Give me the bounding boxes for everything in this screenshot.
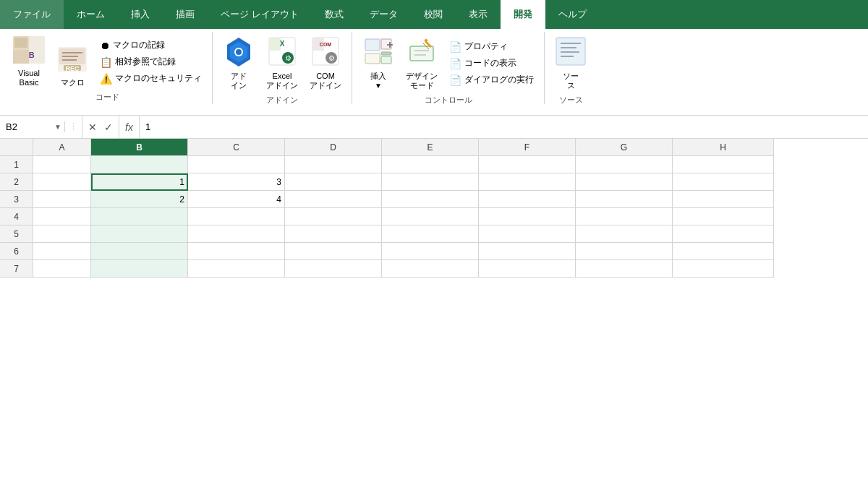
row-header-1[interactable]: 1 bbox=[0, 156, 33, 173]
cell-c5[interactable] bbox=[188, 225, 285, 243]
cell-e3[interactable] bbox=[382, 191, 479, 208]
excel-addin-button[interactable]: X ⚙ Excelアドイン bbox=[262, 35, 302, 92]
row-header-2[interactable]: 2 bbox=[0, 173, 33, 191]
col-header-c[interactable]: C bbox=[188, 139, 285, 156]
cell-h5[interactable] bbox=[673, 225, 774, 243]
source-button[interactable]: ソース bbox=[550, 35, 591, 92]
cell-d3[interactable] bbox=[285, 191, 382, 208]
tab-data[interactable]: データ bbox=[357, 0, 411, 29]
cell-e5[interactable] bbox=[382, 225, 479, 243]
col-header-g[interactable]: G bbox=[576, 139, 673, 156]
cell-d1[interactable] bbox=[285, 156, 382, 173]
cell-h1[interactable] bbox=[673, 156, 774, 173]
cell-g1[interactable] bbox=[576, 156, 673, 173]
tab-page-layout[interactable]: ページ レイアウト bbox=[208, 0, 312, 29]
cell-e1[interactable] bbox=[382, 156, 479, 173]
cell-c2[interactable]: 3 bbox=[188, 173, 285, 191]
cell-h7[interactable] bbox=[673, 260, 774, 278]
cell-f4[interactable] bbox=[479, 208, 576, 225]
cell-d4[interactable] bbox=[285, 208, 382, 225]
cell-e4[interactable] bbox=[382, 208, 479, 225]
tab-review[interactable]: 校閲 bbox=[411, 0, 456, 29]
col-header-e[interactable]: E bbox=[382, 139, 479, 156]
cancel-formula-button[interactable]: ✕ bbox=[87, 121, 98, 133]
col-header-h[interactable]: H bbox=[673, 139, 774, 156]
cell-b3[interactable]: 2 bbox=[91, 191, 188, 208]
tab-home[interactable]: ホーム bbox=[64, 0, 118, 29]
cell-d5[interactable] bbox=[285, 225, 382, 243]
col-header-a[interactable]: A bbox=[33, 139, 91, 156]
cell-a4[interactable] bbox=[33, 208, 91, 225]
cell-a6[interactable] bbox=[33, 243, 91, 260]
cell-c6[interactable] bbox=[188, 243, 285, 260]
cell-a7[interactable] bbox=[33, 260, 91, 278]
properties-button[interactable]: 📄 プロパティ bbox=[445, 39, 538, 54]
cell-c4[interactable] bbox=[188, 208, 285, 225]
cell-f2[interactable] bbox=[479, 173, 576, 191]
cell-f6[interactable] bbox=[479, 243, 576, 260]
cell-g6[interactable] bbox=[576, 243, 673, 260]
cell-g7[interactable] bbox=[576, 260, 673, 278]
cell-a5[interactable] bbox=[33, 225, 91, 243]
cell-ref-dropdown-icon[interactable]: ▼ bbox=[54, 123, 61, 131]
relative-ref-button[interactable]: 📋 相対参照で記録 bbox=[95, 54, 206, 69]
cell-e2[interactable] bbox=[382, 173, 479, 191]
design-mode-button[interactable]: デザインモード bbox=[401, 35, 442, 92]
run-dialog-button[interactable]: 📄 ダイアログの実行 bbox=[445, 72, 538, 87]
cell-g2[interactable] bbox=[576, 173, 673, 191]
cell-a1[interactable] bbox=[33, 156, 91, 173]
col-header-f[interactable]: F bbox=[479, 139, 576, 156]
cell-c7[interactable] bbox=[188, 260, 285, 278]
confirm-formula-button[interactable]: ✓ bbox=[103, 121, 114, 133]
cell-f5[interactable] bbox=[479, 225, 576, 243]
tab-insert[interactable]: 挿入 bbox=[118, 0, 163, 29]
cell-b5[interactable] bbox=[91, 225, 188, 243]
tab-formula[interactable]: 数式 bbox=[312, 0, 357, 29]
cell-f3[interactable] bbox=[479, 191, 576, 208]
row-header-6[interactable]: 6 bbox=[0, 243, 33, 260]
cell-b4[interactable] bbox=[91, 208, 188, 225]
tab-view[interactable]: 表示 bbox=[456, 0, 501, 29]
col-header-d[interactable]: D bbox=[285, 139, 382, 156]
cell-a3[interactable] bbox=[33, 191, 91, 208]
tab-file[interactable]: ファイル bbox=[0, 0, 64, 29]
record-macro-button[interactable]: ⏺ マクロの記録 bbox=[95, 38, 206, 53]
com-addin-button[interactable]: COM ⚙ COMアドイン bbox=[305, 35, 346, 92]
cell-d6[interactable] bbox=[285, 243, 382, 260]
row-header-3[interactable]: 3 bbox=[0, 191, 33, 208]
cell-a2[interactable] bbox=[33, 173, 91, 191]
cell-g4[interactable] bbox=[576, 208, 673, 225]
cell-c3[interactable]: 4 bbox=[188, 191, 285, 208]
cell-h6[interactable] bbox=[673, 243, 774, 260]
cell-e7[interactable] bbox=[382, 260, 479, 278]
view-code-button[interactable]: 📄 コードの表示 bbox=[445, 56, 538, 71]
row-header-7[interactable]: 7 bbox=[0, 260, 33, 278]
macro-security-button[interactable]: ⚠️ マクロのセキュリティ bbox=[95, 71, 206, 86]
insert-control-button[interactable]: 挿入▼ bbox=[358, 35, 399, 92]
visual-basic-button[interactable]: VB Visual Basic bbox=[9, 35, 49, 89]
row-header-5[interactable]: 5 bbox=[0, 225, 33, 243]
addin-button[interactable]: アドイン bbox=[218, 35, 259, 92]
cell-g5[interactable] bbox=[576, 225, 673, 243]
cell-g3[interactable] bbox=[576, 191, 673, 208]
cell-b2[interactable]: 1 bbox=[91, 173, 188, 191]
tab-developer[interactable]: 開発 bbox=[501, 0, 545, 29]
cell-reference-box[interactable]: B2 ▼ bbox=[0, 121, 65, 132]
cell-f7[interactable] bbox=[479, 260, 576, 278]
cell-e6[interactable] bbox=[382, 243, 479, 260]
tab-draw[interactable]: 描画 bbox=[163, 0, 208, 29]
cell-b6[interactable] bbox=[91, 243, 188, 260]
macro-button[interactable]: REC マクロ bbox=[52, 44, 93, 89]
cell-h3[interactable] bbox=[673, 191, 774, 208]
formula-input[interactable] bbox=[140, 121, 868, 132]
row-header-4[interactable]: 4 bbox=[0, 208, 33, 225]
cell-d2[interactable] bbox=[285, 173, 382, 191]
cell-f1[interactable] bbox=[479, 156, 576, 173]
cell-b7[interactable] bbox=[91, 260, 188, 278]
tab-help[interactable]: ヘルプ bbox=[545, 0, 600, 29]
cell-d7[interactable] bbox=[285, 260, 382, 278]
col-header-b[interactable]: B bbox=[91, 139, 188, 156]
cell-h2[interactable] bbox=[673, 173, 774, 191]
cell-c1[interactable] bbox=[188, 156, 285, 173]
cell-b1[interactable] bbox=[91, 156, 188, 173]
